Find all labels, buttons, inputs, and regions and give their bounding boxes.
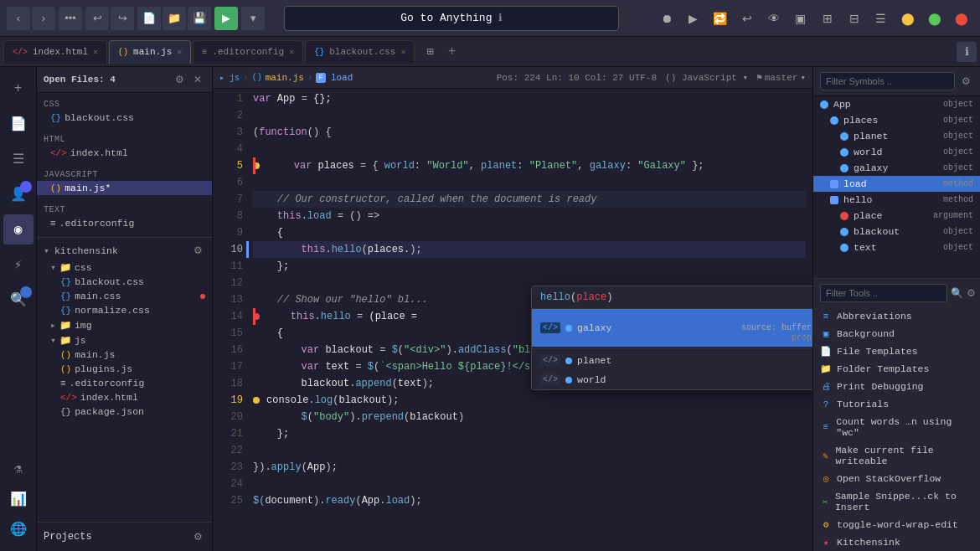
symbols-settings-button[interactable]: ⚙ bbox=[958, 74, 973, 89]
tools-stackoverflow[interactable]: ◎ Open StackOverflow bbox=[813, 470, 980, 487]
save-file-button[interactable]: 💾 bbox=[188, 7, 211, 30]
sidebar-file-blackout-css[interactable]: {} blackout.css bbox=[37, 275, 212, 289]
tools-kitchensink[interactable]: ★ Kitchensink bbox=[813, 533, 980, 551]
tab-blackout-css[interactable]: {} blackout.css ✕ bbox=[305, 40, 415, 64]
tab-close-index-html[interactable]: ✕ bbox=[93, 47, 98, 57]
tools-background[interactable]: ▣ Background bbox=[813, 325, 980, 342]
tools-print-debugging[interactable]: 🖨 Print Debugging bbox=[813, 378, 980, 395]
tab-close-editorconfig[interactable]: ✕ bbox=[289, 47, 294, 57]
sidebar-settings-button[interactable]: ⚙ bbox=[172, 72, 187, 87]
nav-back-button[interactable]: ‹ bbox=[7, 7, 30, 30]
symbol-load[interactable]: load method bbox=[813, 176, 980, 192]
run-button[interactable]: ▶ bbox=[214, 7, 238, 30]
activity-files[interactable]: 📄 bbox=[3, 109, 34, 139]
sidebar-item-main-js[interactable]: () main.js* bbox=[37, 181, 212, 195]
filter-tools-input[interactable] bbox=[820, 284, 947, 302]
loop-button[interactable]: 🔁 bbox=[709, 7, 732, 30]
breadcrumb-part1[interactable]: ▸ js bbox=[219, 73, 240, 83]
sidebar-item-editorconfig[interactable]: ≡ .editorconfig bbox=[37, 216, 212, 230]
symbol-app[interactable]: App object bbox=[813, 96, 980, 112]
sidebar-file-main-js[interactable]: () main.js bbox=[37, 348, 212, 362]
new-file-button[interactable]: 📄 bbox=[137, 7, 161, 30]
sidebar-folder-css[interactable]: ▾ 📁 css bbox=[37, 260, 212, 275]
tab-editorconfig[interactable]: ≡ .editorconfig ✕ bbox=[193, 40, 303, 64]
symbol-galaxy[interactable]: galaxy object bbox=[813, 160, 980, 176]
dropdown-button[interactable]: ▾ bbox=[241, 7, 265, 30]
activity-search[interactable]: 🔍 bbox=[3, 285, 34, 315]
play-button[interactable]: ▶ bbox=[682, 7, 705, 30]
sidebar-project-settings[interactable]: ⚙ bbox=[190, 243, 205, 258]
open-file-button[interactable]: 📁 bbox=[162, 7, 186, 30]
minimize-button[interactable]: ⬤ bbox=[896, 7, 920, 30]
ac-item-planet[interactable]: </> planet object bbox=[532, 351, 812, 370]
activity-beaker[interactable]: ⚗ bbox=[3, 454, 34, 484]
tab-index-html[interactable]: </> index.html ✕ bbox=[3, 40, 107, 64]
breadcrumb-load[interactable]: load bbox=[331, 73, 353, 83]
sidebar-projects-item[interactable]: Projects ⚙ bbox=[37, 523, 212, 551]
sidebar-file-package-json[interactable]: {} package.json bbox=[37, 404, 212, 419]
tab-main-js[interactable]: () main.js ✕ bbox=[109, 40, 191, 64]
activity-globe[interactable]: 🌐 bbox=[3, 514, 34, 544]
layout3-button[interactable]: ⊟ bbox=[843, 7, 866, 30]
symbol-planet[interactable]: planet object bbox=[813, 128, 980, 144]
step-button[interactable]: ↩ bbox=[735, 7, 759, 30]
tools-make-writeable[interactable]: ✎ Make current file writeable bbox=[813, 441, 980, 470]
tools-settings-button[interactable]: ⚙ bbox=[967, 286, 976, 301]
record-button[interactable]: ⏺ bbox=[655, 7, 678, 30]
symbol-blackout[interactable]: blackout object bbox=[813, 224, 980, 239]
tools-folder-templates[interactable]: 📁 Folder Templates bbox=[813, 360, 980, 378]
symbol-world[interactable]: world object bbox=[813, 144, 980, 160]
tools-tutorials[interactable]: ? Tutorials bbox=[813, 395, 980, 413]
nav-redo-button[interactable]: ↪ bbox=[111, 7, 134, 30]
sidebar-file-index-html2[interactable]: </> index.html bbox=[37, 390, 212, 404]
status-branch[interactable]: ⚑ master ▾ bbox=[756, 72, 806, 83]
panel-info-button[interactable]: ℹ bbox=[957, 42, 977, 62]
status-lang[interactable]: () JavaScript ▾ bbox=[665, 72, 748, 83]
go-to-anything-bar[interactable]: Go to Anything ℹ bbox=[284, 6, 619, 31]
tab-close-blackout-css[interactable]: ✕ bbox=[400, 47, 405, 57]
symbol-text[interactable]: text object bbox=[813, 239, 980, 255]
layout2-button[interactable]: ⊞ bbox=[816, 7, 839, 30]
sidebar-project-kitchensink[interactable]: ▾ kitchensink ⚙ bbox=[37, 241, 212, 260]
ac-item-world[interactable]: </> world object bbox=[532, 370, 812, 389]
tab-split-button[interactable]: ⊞ bbox=[420, 42, 440, 62]
sidebar-item-blackout-css[interactable]: {} blackout.css bbox=[37, 111, 212, 125]
symbol-places[interactable]: places object bbox=[813, 112, 980, 128]
activity-explore[interactable]: ◉ bbox=[3, 214, 34, 245]
symbol-hello[interactable]: hello method bbox=[813, 192, 980, 208]
tools-abbreviations[interactable]: ≡ Abbreviations bbox=[813, 307, 980, 325]
activity-user[interactable]: 👤 bbox=[3, 179, 34, 209]
sidebar-close-button[interactable]: ✕ bbox=[190, 72, 205, 87]
symbol-place[interactable]: place argument bbox=[813, 208, 980, 224]
ac-item-galaxy[interactable]: </> galaxy object source: buffer, line: … bbox=[532, 309, 812, 347]
activity-menu[interactable]: ☰ bbox=[3, 144, 34, 174]
tools-count-words[interactable]: ≡ Count words …n using "wc" bbox=[813, 413, 980, 441]
tools-toggle-wrap[interactable]: ⚙ toggle-word-wrap-edit bbox=[813, 516, 980, 533]
activity-git[interactable]: ⚡ bbox=[3, 250, 34, 280]
status-pos[interactable]: Pos: 224 Ln: 10 Col: 27 UTF-8 bbox=[497, 73, 657, 83]
tools-sample-snippet[interactable]: ✂ Sample Snippe...ck to Insert bbox=[813, 487, 980, 516]
tools-file-templates[interactable]: 📄 File Templates bbox=[813, 342, 980, 360]
breadcrumb-part2[interactable]: () bbox=[252, 73, 262, 82]
tab-close-main-js[interactable]: ✕ bbox=[177, 47, 182, 57]
sidebar-file-main-css[interactable]: {} main.css bbox=[37, 289, 212, 303]
close-button[interactable]: ⬤ bbox=[950, 7, 973, 30]
tab-add-button[interactable]: + bbox=[441, 42, 462, 62]
eye-button[interactable]: 👁 bbox=[762, 7, 786, 30]
nav-forward-button[interactable]: › bbox=[32, 7, 55, 30]
sidebar-item-index-html[interactable]: </> index.html bbox=[37, 146, 212, 160]
nav-undo-button[interactable]: ↩ bbox=[85, 7, 109, 30]
activity-chart[interactable]: 📊 bbox=[3, 484, 34, 514]
activity-new-file[interactable]: + bbox=[3, 74, 34, 104]
editor-content[interactable]: 1 2 3 4 5 6 7 8 9 10 11 12 13 14 15 16 1… bbox=[213, 89, 812, 551]
sidebar-folder-js[interactable]: ▾ 📁 js bbox=[37, 332, 212, 348]
sidebar-folder-img[interactable]: ▸ 📁 img bbox=[37, 317, 212, 332]
sidebar-file-normalize-css[interactable]: {} normalize.css bbox=[37, 303, 212, 317]
filter-symbols-input[interactable] bbox=[820, 72, 955, 90]
nav-jump-dot-button[interactable]: ••• bbox=[59, 7, 82, 30]
tools-search-button[interactable]: 🔍 bbox=[951, 286, 963, 301]
sidebar-file-plugins-js[interactable]: () plugins.js bbox=[37, 362, 212, 376]
maximize-button[interactable]: ⬤ bbox=[923, 7, 946, 30]
projects-settings-button[interactable]: ⚙ bbox=[190, 529, 205, 544]
menu-button[interactable]: ☰ bbox=[869, 7, 893, 30]
